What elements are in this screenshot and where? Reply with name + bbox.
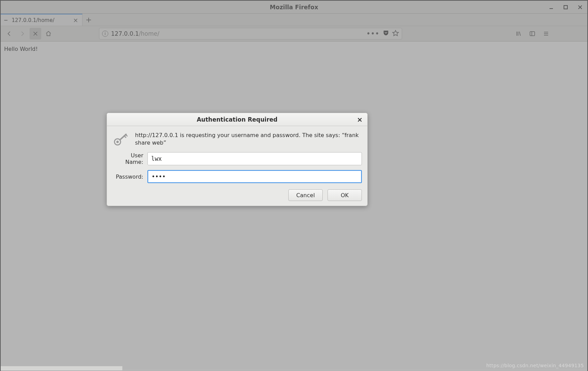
svg-point-16	[117, 141, 119, 143]
username-label: User Name:	[112, 152, 143, 165]
ok-button[interactable]: OK	[328, 189, 362, 201]
status-bar-stub	[1, 366, 122, 370]
password-label: Password:	[112, 173, 143, 180]
password-input[interactable]	[147, 170, 362, 183]
dialog-message: http://127.0.0.1 is requesting your user…	[135, 132, 362, 146]
key-icon	[112, 132, 129, 147]
cancel-button[interactable]: Cancel	[288, 189, 323, 201]
dialog-close-button[interactable]: ×	[356, 115, 364, 124]
username-input[interactable]	[147, 152, 362, 165]
auth-dialog: Authentication Required × http://127.0.0…	[107, 113, 368, 206]
watermark-text: https://blog.csdn.net/weixin_44949135	[486, 363, 584, 368]
dialog-title: Authentication Required	[197, 116, 277, 123]
